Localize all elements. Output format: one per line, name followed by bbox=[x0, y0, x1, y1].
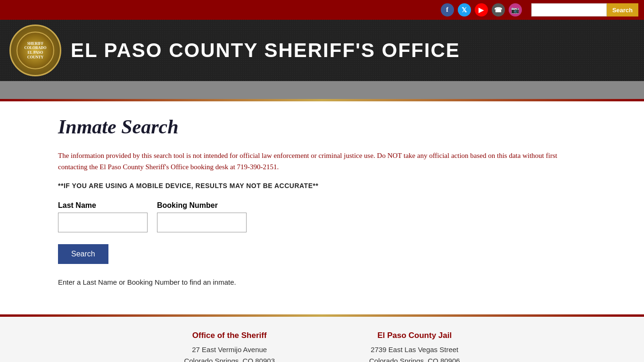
nav-strip bbox=[0, 81, 644, 99]
phone-icon[interactable]: ☎ bbox=[492, 3, 505, 16]
top-search-input[interactable] bbox=[531, 3, 607, 16]
disclaimer-text: The information provided by this search … bbox=[58, 150, 586, 173]
site-title: EL PASO COUNTY SHERIFF'S OFFICE bbox=[71, 39, 460, 62]
badge-inner: SHERIFFCOLORADOEL PASOCOUNTY bbox=[17, 32, 54, 69]
top-search-bar: Search bbox=[531, 3, 638, 16]
footer-jail-address: 2739 East Las Vegas Street Colorado Spri… bbox=[369, 344, 460, 362]
instagram-icon[interactable]: 📷 bbox=[509, 3, 522, 16]
site-footer: Office of the Sheriff 27 East Vermijo Av… bbox=[0, 317, 644, 362]
footer-office-title: Office of the Sheriff bbox=[184, 331, 275, 340]
youtube-icon[interactable]: ▶ bbox=[475, 3, 488, 16]
footer-col-sheriff: Office of the Sheriff 27 East Vermijo Av… bbox=[184, 331, 275, 362]
booking-number-label: Booking Number bbox=[157, 201, 247, 210]
search-button[interactable]: Search bbox=[58, 244, 108, 264]
facebook-icon[interactable]: f bbox=[441, 3, 454, 16]
result-hint-text: Enter a Last Name or Booking Number to f… bbox=[58, 278, 586, 286]
footer-col-jail: El Paso County Jail 2739 East Las Vegas … bbox=[369, 331, 460, 362]
booking-number-group: Booking Number bbox=[157, 201, 247, 232]
booking-number-input[interactable] bbox=[157, 213, 247, 232]
last-name-label: Last Name bbox=[58, 201, 148, 210]
last-name-group: Last Name bbox=[58, 201, 148, 232]
social-icons: f 𝕏 ▶ ☎ 📷 bbox=[441, 3, 522, 16]
page-title: Inmate Search bbox=[58, 115, 586, 138]
last-name-input[interactable] bbox=[58, 213, 148, 232]
top-bar: f 𝕏 ▶ ☎ 📷 Search bbox=[0, 0, 644, 20]
main-content: Inmate Search The information provided b… bbox=[39, 115, 605, 286]
footer-office-address: 27 East Vermijo Avenue Colorado Springs,… bbox=[184, 344, 275, 362]
sheriff-badge: SHERIFFCOLORADOEL PASOCOUNTY bbox=[9, 25, 61, 76]
search-form-row: Last Name Booking Number bbox=[58, 201, 586, 232]
site-header: SHERIFFCOLORADOEL PASOCOUNTY EL PASO COU… bbox=[0, 20, 644, 81]
top-search-button[interactable]: Search bbox=[607, 3, 638, 16]
accent-bar bbox=[0, 99, 644, 101]
footer-jail-title: El Paso County Jail bbox=[369, 331, 460, 340]
twitter-icon[interactable]: 𝕏 bbox=[458, 3, 471, 16]
mobile-warning-text: **IF YOU ARE USING A MOBILE DEVICE, RESU… bbox=[58, 182, 586, 189]
